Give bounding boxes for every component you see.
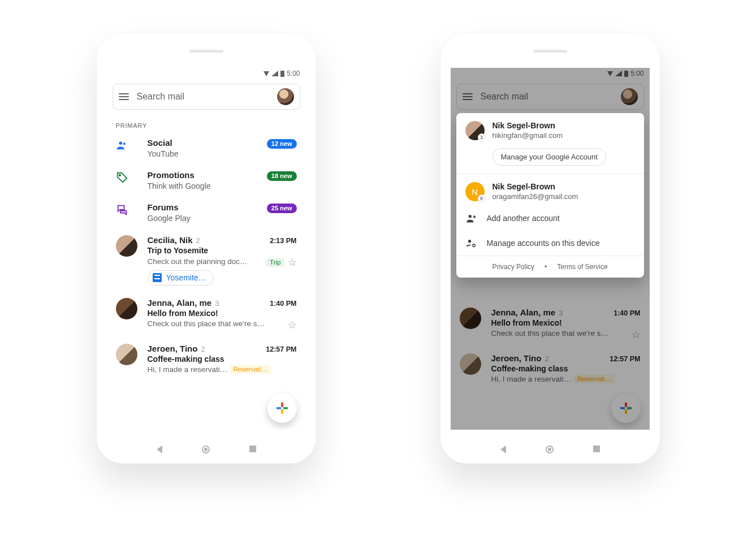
android-nav[interactable] — [97, 445, 316, 453]
thread-count: 2 — [196, 236, 200, 245]
star-icon[interactable]: ☆ — [288, 256, 297, 269]
label-chip[interactable]: Reservati… — [230, 365, 271, 374]
snippet: Check out the planning doc… — [148, 257, 248, 266]
home-icon[interactable] — [202, 445, 210, 453]
sender-name: Jenna, Alan, me — [148, 298, 212, 308]
badge: 18 new — [267, 171, 297, 181]
label: Manage accounts on this device — [487, 239, 600, 248]
sender-avatar — [116, 235, 137, 257]
chat-icon — [116, 204, 128, 216]
person-add-icon — [465, 213, 477, 224]
manage-accounts[interactable]: Manage accounts on this device — [456, 231, 644, 256]
status-time: 5:00 — [287, 70, 300, 77]
account-email: oragamifan26@gmail.com — [493, 192, 578, 201]
account-email: hikingfan@gmail.com — [493, 131, 563, 140]
tos-link[interactable]: Terms of Service — [557, 263, 607, 271]
subject: Trip to Yosemite — [148, 246, 297, 255]
back-icon[interactable] — [500, 445, 506, 453]
subject: Hello from Mexico! — [148, 309, 297, 318]
category-forums[interactable]: Forums Google Play 25 new — [107, 197, 306, 229]
battery-icon — [280, 71, 284, 77]
unread-badge: 8 — [478, 194, 486, 202]
sender-name: Cecilia, Nik — [148, 235, 193, 245]
section-label: PRIMARY — [107, 114, 306, 132]
time: 12:57 PM — [266, 345, 296, 353]
snippet: Hi, I made a reservati… — [148, 365, 228, 374]
back-icon[interactable] — [157, 445, 162, 453]
secondary-account[interactable]: N8 Nik Segel-Brown oragamifan26@gmail.co… — [456, 174, 644, 206]
menu-icon[interactable] — [119, 93, 129, 100]
svg-point-0 — [119, 142, 122, 145]
svg-point-2 — [119, 174, 120, 176]
category-promotions[interactable]: Promotions Think with Google 18 new — [107, 165, 306, 197]
email-thread[interactable]: Jeroen, Tino 2 12:57 PM Coffee-making cl… — [107, 337, 306, 379]
sender-avatar — [116, 344, 137, 365]
add-account[interactable]: Add another account — [456, 206, 644, 231]
label: Add another account — [487, 214, 560, 223]
thread-count: 3 — [215, 299, 219, 308]
category-sub: Think with Google — [148, 181, 297, 191]
recents-icon[interactable] — [249, 445, 256, 452]
search-input[interactable]: Search mail — [137, 92, 269, 102]
plus-icon — [277, 403, 288, 414]
thread-count: 2 — [201, 345, 205, 353]
badge: 12 new — [267, 139, 297, 149]
avatar: 3 — [465, 121, 485, 140]
compose-fab[interactable] — [267, 393, 297, 423]
android-nav[interactable] — [440, 445, 660, 453]
account-switcher: 3 Nik Segel-Brown hikingfan@gmail.com Ma… — [456, 113, 644, 278]
sender-avatar — [116, 298, 137, 319]
svg-point-4 — [468, 240, 470, 243]
sender-name: Jeroen, Tino — [148, 344, 198, 353]
manage-account-button[interactable]: Manage your Google Account — [493, 148, 606, 166]
tag-icon — [116, 171, 128, 184]
phone-right: 5:00 Search mail Jenna, Alan, me 3 1:40 … — [440, 34, 660, 464]
search-bar[interactable]: Search mail — [113, 84, 300, 110]
svg-point-3 — [468, 215, 471, 218]
account-avatar[interactable] — [277, 88, 294, 105]
time: 1:40 PM — [270, 300, 296, 308]
account-name: Nik Segel-Brown — [493, 121, 563, 130]
svg-point-1 — [123, 142, 125, 145]
home-icon[interactable] — [546, 445, 554, 453]
unread-badge: 3 — [478, 133, 486, 141]
star-icon[interactable]: ☆ — [288, 319, 297, 331]
privacy-link[interactable]: Privacy Policy — [492, 263, 534, 271]
account-name: Nik Segel-Brown — [493, 182, 578, 191]
category-sub: Google Play — [148, 214, 297, 223]
category-sub: YouTube — [148, 149, 297, 159]
phone-left: 5:00 Search mail PRIMARY Social YouTube … — [97, 34, 316, 464]
category-social[interactable]: Social YouTube 12 new — [107, 132, 306, 165]
recents-icon[interactable] — [593, 445, 600, 452]
email-thread[interactable]: Jenna, Alan, me 3 1:40 PM Hello from Mex… — [107, 291, 306, 337]
doc-icon — [153, 273, 162, 282]
time: 2:13 PM — [270, 237, 296, 245]
signal-icon — [271, 71, 278, 76]
sheet-footer: Privacy Policy • Terms of Service — [456, 256, 644, 278]
primary-account[interactable]: 3 Nik Segel-Brown hikingfan@gmail.com — [456, 113, 644, 145]
email-thread[interactable]: Cecilia, Nik 2 2:13 PM Trip to Yosemite … — [107, 228, 306, 291]
attachment-name: Yosemite… — [166, 273, 206, 282]
person-gear-icon — [465, 237, 477, 249]
snippet: Check out this place that we're st… — [148, 319, 266, 328]
wifi-icon — [263, 71, 269, 76]
subject: Coffee-making class — [148, 354, 297, 364]
avatar: N8 — [465, 182, 485, 201]
attachment-chip[interactable]: Yosemite… — [148, 270, 214, 286]
label-chip[interactable]: Trip — [266, 258, 284, 267]
badge: 25 new — [267, 204, 297, 213]
status-bar: 5:00 — [107, 68, 306, 79]
people-icon — [116, 139, 128, 152]
